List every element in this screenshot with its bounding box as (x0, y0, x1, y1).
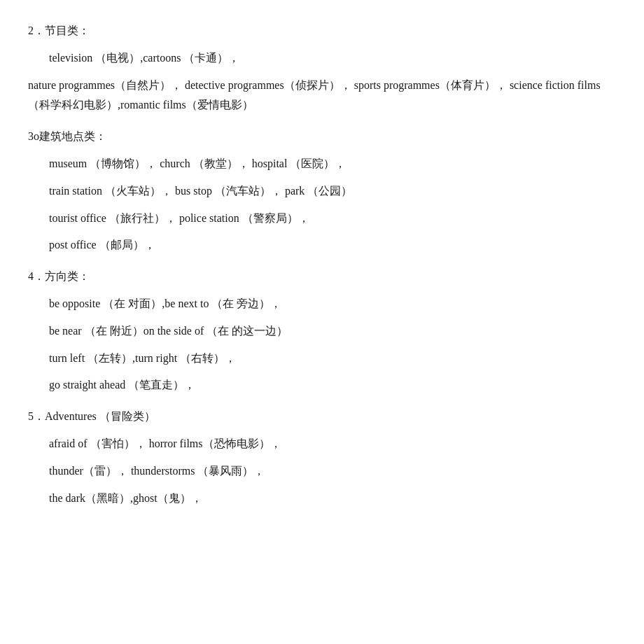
section-3-line-1: museum （博物馆）， church （教堂）， hospital （医院）… (28, 154, 616, 174)
section-2-header: 2．节目类： (28, 21, 616, 41)
section-5: 5．Adventures （冒险类） afraid of （害怕）， horro… (28, 407, 616, 508)
section-4: 4．方向类： be opposite （在 对面）,be next to （在 … (28, 267, 616, 396)
section-5-line-3: the dark（黑暗）,ghost（鬼）， (28, 489, 616, 509)
section-4-line-1: be opposite （在 对面）,be next to （在 旁边）， (28, 294, 616, 314)
section-3-header: 3o建筑地点类： (28, 127, 616, 147)
section-4-line-3: turn left （左转）,turn right （右转）， (28, 349, 616, 369)
section-2: 2．节目类： television （电视）,cartoons （卡通）， na… (28, 21, 616, 115)
section-5-line-1: afraid of （害怕）， horror films（恐怖电影）， (28, 434, 616, 454)
section-2-line-2: nature programmes（自然片）， detective progra… (28, 76, 616, 116)
section-3-line-2: train station （火车站）， bus stop （汽车站）， par… (28, 181, 616, 202)
section-3: 3o建筑地点类： museum （博物馆）， church （教堂）， hosp… (28, 127, 616, 255)
section-3-line-3: tourist office （旅行社）， police station （警察… (28, 209, 616, 229)
section-2-line-1: television （电视）,cartoons （卡通）， (28, 48, 616, 69)
section-3-line-4: post office （邮局）， (28, 235, 616, 255)
page-content: 2．节目类： television （电视）,cartoons （卡通）， na… (28, 21, 616, 508)
section-4-line-2: be near （在 附近）on the side of （在 的这一边） (28, 321, 616, 342)
section-4-line-4: go straight ahead （笔直走）， (28, 375, 616, 396)
section-5-line-2: thunder（雷）， thunderstorms （暴风雨）， (28, 461, 616, 482)
section-4-header: 4．方向类： (28, 267, 616, 287)
section-5-header: 5．Adventures （冒险类） (28, 407, 616, 427)
